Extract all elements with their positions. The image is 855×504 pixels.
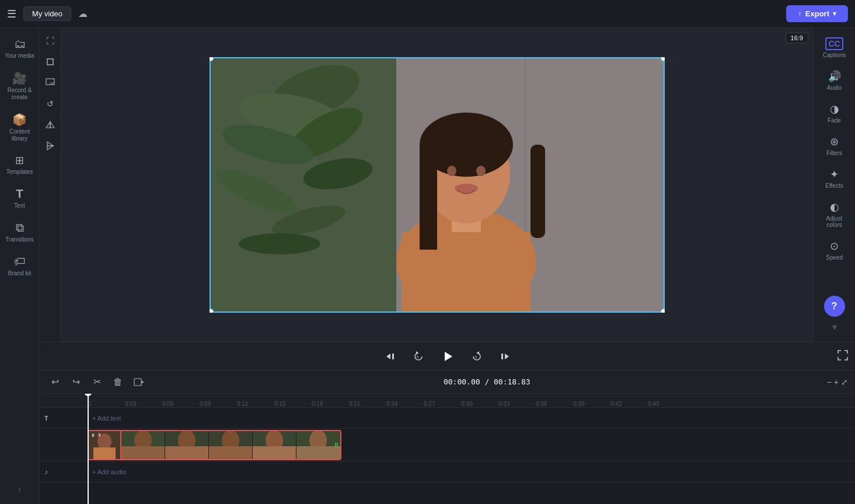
sidebar-item-transitions[interactable]: ⧉ Transitions	[2, 216, 37, 248]
redo-button[interactable]: ↪	[68, 374, 84, 390]
right-sidebar: CC Captions 🔊 Audio ◑ Fade ⊛ Filters ✦	[813, 28, 855, 342]
svg-rect-46	[121, 446, 165, 459]
media-icon: 🗂	[14, 37, 26, 51]
fit-tool-button[interactable]: ⛶	[42, 33, 58, 49]
export-dropdown-icon[interactable]: ▾	[833, 10, 836, 18]
right-item-audio[interactable]: 🔊 Audio	[816, 65, 853, 96]
svg-rect-25	[531, 145, 545, 238]
sidebar-item-text[interactable]: T Text	[2, 183, 37, 214]
clip-first-segment[interactable]: ⏸ 🔇	[88, 430, 121, 460]
fullscreen-button[interactable]	[837, 350, 848, 363]
right-item-adjust-colors[interactable]: ◐ Adjustcolors	[816, 196, 853, 233]
ruler-mark-12: 0:36	[536, 401, 573, 407]
video-track-content: ⏸ 🔇	[88, 430, 855, 460]
sidebar-item-label: Record &create	[8, 87, 32, 101]
ruler-mark-4: 0:12	[237, 401, 274, 407]
svg-marker-4	[50, 122, 54, 128]
svg-text:5: 5	[475, 355, 477, 359]
clip-controls-overlay: ⏸ 🔇	[90, 433, 103, 438]
undo-button[interactable]: ↩	[47, 374, 63, 390]
right-item-label: Fade	[828, 117, 841, 124]
svg-rect-2	[50, 82, 54, 85]
right-item-captions[interactable]: CC Captions	[816, 33, 853, 63]
ruler-mark-5: 0:15	[274, 401, 312, 407]
menu-icon[interactable]: ☰	[7, 8, 16, 20]
add-clip-button[interactable]	[131, 374, 147, 390]
right-item-label: Adjustcolors	[826, 215, 843, 228]
sidebar-item-templates[interactable]: ⊞ Templates	[2, 149, 37, 180]
text-icon: T	[16, 187, 23, 201]
sidebar-item-label: Transitions	[5, 236, 34, 243]
video-title-button[interactable]: My video	[23, 6, 71, 21]
right-item-effects[interactable]: ✦ Effects	[816, 163, 853, 194]
right-item-label: Audio	[827, 85, 842, 91]
text-track-label: T	[40, 415, 88, 422]
sidebar-item-record-create[interactable]: 🎥 Record &create	[2, 66, 37, 106]
right-item-label: Captions	[823, 52, 846, 58]
help-button[interactable]: ?	[824, 296, 845, 317]
cut-button[interactable]: ✂	[89, 374, 105, 390]
svg-marker-29	[386, 354, 390, 359]
video-preview	[210, 57, 665, 313]
pip-tool-button[interactable]	[42, 75, 58, 91]
ruler-mark-1: 0:03	[125, 401, 162, 407]
flip-h-tool-button[interactable]	[42, 117, 58, 133]
add-text-button[interactable]: + Add text	[88, 414, 125, 423]
forward-5s-button[interactable]: 5	[467, 347, 486, 366]
skip-back-button[interactable]	[381, 347, 400, 366]
ruler-mark-7: 0:21	[349, 401, 386, 407]
clip-mute-icon: 🔇	[97, 433, 103, 438]
crop-tool-button[interactable]	[42, 54, 58, 70]
svg-point-16	[239, 233, 320, 254]
ruler-mark-13: 0:39	[573, 401, 610, 407]
audio-track-content: + Add audio	[88, 461, 855, 482]
add-audio-button[interactable]: + Add audio	[88, 467, 131, 477]
svg-point-26	[447, 166, 456, 176]
topbar: ☰ My video ☁ ↑ Export ▾	[0, 0, 855, 28]
preview-area: ⛶ ↺	[40, 28, 855, 342]
export-button[interactable]: ↑ Export ▾	[786, 5, 848, 22]
sidebar-item-your-media[interactable]: 🗂 Your media	[2, 33, 37, 64]
right-item-speed[interactable]: ⊙ Speed	[816, 235, 853, 265]
rotate-tool-button[interactable]: ↺	[42, 96, 58, 112]
transitions-icon: ⧉	[16, 221, 24, 235]
audio-track-row: ♪ + Add audio	[40, 461, 855, 482]
fade-icon: ◑	[830, 103, 839, 116]
skip-forward-button[interactable]	[495, 347, 514, 366]
sidebar-item-label: Your media	[5, 52, 34, 60]
video-frame-container[interactable]	[210, 57, 665, 313]
svg-point-28	[455, 184, 478, 193]
timeline-toolbar: ↩ ↪ ✂ 🗑 00:00.00 / 00:18.83 − + ⤢	[40, 370, 855, 394]
right-item-label: Filters	[826, 150, 842, 156]
sidebar-item-content-library[interactable]: 📦 Contentlibrary	[2, 108, 37, 147]
cloud-save-icon[interactable]: ☁	[78, 8, 88, 19]
delete-button[interactable]: 🗑	[110, 374, 126, 390]
aspect-ratio-badge[interactable]: 16:9	[786, 33, 808, 43]
right-sidebar-collapse-button[interactable]: ▾	[832, 321, 837, 332]
clip-segments[interactable]: ⏸	[121, 430, 341, 460]
zoom-out-button[interactable]: −	[827, 377, 832, 387]
svg-marker-31	[416, 351, 418, 355]
flip-v-tool-button[interactable]	[42, 138, 58, 154]
svg-rect-30	[392, 354, 394, 359]
ruler-mark-10: 0:30	[461, 401, 498, 407]
clip-seg-4	[253, 431, 296, 459]
zoom-in-button[interactable]: +	[834, 377, 839, 387]
brand-kit-icon: 🏷	[14, 255, 26, 268]
svg-rect-38	[134, 379, 141, 386]
sidebar-item-label: Contentlibrary	[9, 128, 30, 142]
main-row: 🗂 Your media 🎥 Record &create 📦 Contentl…	[0, 28, 855, 504]
audio-track-label: ♪	[40, 468, 88, 476]
ruler-mark-15: 0:45	[648, 401, 685, 407]
ruler-mark-3: 0:09	[200, 401, 237, 407]
ruler-mark-9: 0:27	[424, 401, 461, 407]
rewind-5s-button[interactable]: 5	[409, 347, 428, 366]
zoom-fit-button[interactable]: ⤢	[841, 377, 848, 387]
play-button[interactable]	[437, 346, 458, 367]
ruler-mark-8: 0:24	[386, 401, 424, 407]
ruler-mark-6: 0:18	[312, 401, 349, 407]
right-item-filters[interactable]: ⊛ Filters	[816, 131, 853, 161]
sidebar-item-brand-kit[interactable]: 🏷 Brand kit	[2, 250, 37, 282]
right-item-fade[interactable]: ◑ Fade	[816, 98, 853, 128]
sidebar-collapse-button[interactable]: ›	[18, 484, 21, 499]
